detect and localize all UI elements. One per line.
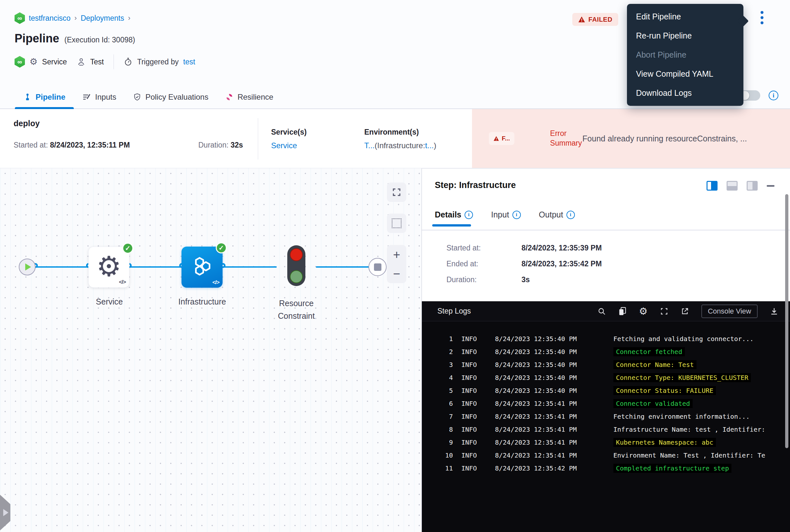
expand-left-panel-handle[interactable] bbox=[0, 494, 11, 532]
tab-input[interactable]: Inputi bbox=[491, 210, 521, 227]
service-step-node[interactable]: ⚙ ✓ </> bbox=[88, 247, 129, 288]
stage-started: Started at: 8/24/2023, 12:35:11 PM bbox=[14, 141, 130, 150]
info-icon[interactable]: i bbox=[513, 211, 521, 219]
services-label: Service(s) bbox=[271, 128, 307, 136]
infrastructure-link[interactable]: t... bbox=[425, 141, 434, 150]
error-summary-message: Found already running resourceConstrains… bbox=[582, 134, 747, 144]
download-logs-button[interactable] bbox=[770, 307, 778, 316]
breadcrumb: ∞ testfrancisco › Deployments › bbox=[15, 12, 130, 24]
tab-output[interactable]: Outputi bbox=[539, 210, 575, 227]
tab-inputs[interactable]: Inputs bbox=[74, 86, 124, 109]
edge bbox=[129, 266, 181, 268]
edge bbox=[316, 266, 371, 268]
edge bbox=[36, 266, 88, 268]
fullscreen-icon bbox=[660, 307, 668, 316]
search-logs-button[interactable] bbox=[598, 307, 606, 316]
gear-icon: ⚙ bbox=[30, 57, 38, 66]
tab-policy-evaluations[interactable]: Policy Evaluations bbox=[124, 86, 217, 109]
panel-scrollbar[interactable] bbox=[785, 194, 788, 448]
stage-name: deploy bbox=[14, 119, 40, 128]
zoom-in-button[interactable]: + bbox=[393, 248, 400, 261]
fullscreen-canvas-button[interactable] bbox=[387, 183, 406, 202]
tab-resilience[interactable]: Resilience bbox=[217, 86, 282, 109]
download-icon bbox=[770, 307, 778, 316]
breadcrumb-project-link[interactable]: testfrancisco bbox=[29, 14, 71, 23]
external-link-icon bbox=[681, 307, 689, 316]
console-view-button[interactable]: Console View bbox=[701, 304, 758, 318]
chevron-right-icon: › bbox=[74, 14, 77, 22]
log-settings-button[interactable]: ⚙ bbox=[639, 306, 648, 316]
divider bbox=[258, 118, 258, 159]
tab-pipeline[interactable]: Pipeline bbox=[15, 86, 74, 109]
divider bbox=[422, 230, 790, 230]
log-line: 11 INFO 8/24/2023 12:35:42 PM Completed … bbox=[440, 462, 790, 475]
success-check-icon: ✓ bbox=[216, 242, 227, 253]
right-panel-layout-button[interactable] bbox=[747, 181, 758, 191]
search-icon bbox=[598, 307, 606, 316]
chevron-right-icon: › bbox=[128, 14, 130, 22]
warning-triangle-icon bbox=[493, 136, 499, 141]
menu-item[interactable]: Download Logs bbox=[627, 83, 744, 102]
selection-icon bbox=[392, 218, 402, 228]
page-title: Pipeline bbox=[15, 32, 59, 45]
menu-item[interactable]: Abort Pipeline bbox=[627, 45, 744, 64]
pipeline-graph-canvas[interactable]: ⚙ ✓ </> Service ✓ </> Infrastructure Res… bbox=[0, 168, 422, 532]
code-icon: </> bbox=[212, 279, 219, 286]
end-node[interactable] bbox=[368, 258, 387, 276]
info-icon[interactable]: i bbox=[566, 211, 575, 219]
error-summary-zone: F... Error Summary Found already running… bbox=[472, 109, 790, 168]
user-icon bbox=[77, 57, 86, 66]
menu-item[interactable]: Re-run Pipeline bbox=[627, 26, 744, 45]
error-status-badge: F... bbox=[489, 132, 514, 145]
log-line: 1 INFO 8/24/2023 12:35:40 PM Fetching an… bbox=[440, 332, 790, 345]
more-options-kebab-menu[interactable] bbox=[755, 10, 768, 25]
edge bbox=[223, 266, 276, 268]
triggered-by-label: Triggered by bbox=[137, 58, 178, 66]
log-line: 4 INFO 8/24/2023 12:35:40 PM Connector T… bbox=[440, 371, 790, 384]
detail-row: Started at: 8/24/2023, 12:35:39 PM bbox=[446, 244, 602, 252]
resilience-icon bbox=[225, 93, 234, 101]
zoom-out-button[interactable]: − bbox=[393, 268, 400, 280]
success-check-icon: ✓ bbox=[122, 243, 133, 254]
divider bbox=[114, 54, 114, 69]
info-icon[interactable]: i bbox=[769, 91, 778, 100]
menu-item[interactable]: Edit Pipeline bbox=[627, 7, 744, 26]
log-line: 7 INFO 8/24/2023 12:35:41 PM Fetching en… bbox=[440, 410, 790, 423]
triggered-by-user-link[interactable]: test bbox=[183, 58, 195, 66]
log-line: 9 INFO 8/24/2023 12:35:41 PM Kubernetes … bbox=[440, 436, 790, 449]
start-node[interactable] bbox=[19, 259, 36, 276]
play-icon bbox=[25, 263, 31, 270]
log-line: 6 INFO 8/24/2023 12:35:41 PM Connector v… bbox=[440, 397, 790, 410]
pipeline-icon bbox=[23, 93, 32, 101]
service-meta-label: Service bbox=[42, 58, 67, 66]
service-link[interactable]: Service bbox=[271, 141, 297, 150]
log-line: 5 INFO 8/24/2023 12:35:40 PM Connector S… bbox=[440, 384, 790, 397]
harness-logo-icon: ∞ bbox=[15, 12, 25, 24]
detail-row: Ended at: 8/24/2023, 12:35:42 PM bbox=[446, 260, 602, 268]
info-icon[interactable]: i bbox=[465, 211, 473, 219]
log-lines: 1 INFO 8/24/2023 12:35:40 PM Fetching an… bbox=[422, 321, 790, 475]
bottom-panel-layout-button[interactable] bbox=[727, 181, 737, 191]
arrow-right-icon bbox=[3, 509, 8, 516]
menu-item[interactable]: View Compiled YAML bbox=[627, 64, 744, 83]
stopwatch-icon bbox=[123, 57, 133, 66]
split-view-layout-button[interactable] bbox=[707, 181, 717, 191]
minimize-panel-button[interactable] bbox=[767, 185, 774, 187]
infrastructure-step-node[interactable]: ✓ </> bbox=[181, 247, 223, 288]
selection-tool-button[interactable] bbox=[387, 213, 406, 233]
open-logs-external-button[interactable] bbox=[681, 307, 689, 316]
fullscreen-logs-button[interactable] bbox=[660, 307, 668, 316]
test-meta-label: Test bbox=[90, 58, 104, 66]
stage-duration: Duration: 32s bbox=[198, 141, 243, 150]
fullscreen-icon bbox=[392, 187, 402, 197]
environments-label: Environment(s) bbox=[364, 128, 437, 136]
tab-details[interactable]: Detailsi bbox=[435, 210, 473, 227]
copy-logs-button[interactable] bbox=[618, 307, 627, 316]
breadcrumb-deployments-link[interactable]: Deployments bbox=[80, 14, 124, 23]
shield-check-icon bbox=[133, 93, 141, 101]
environment-link[interactable]: T... bbox=[364, 141, 374, 150]
resource-constraint-node[interactable] bbox=[287, 245, 305, 286]
error-summary-label: Error Summary bbox=[550, 129, 582, 148]
service-node-label: Service bbox=[75, 297, 143, 306]
execution-id: (Execution Id: 30098) bbox=[64, 36, 135, 44]
